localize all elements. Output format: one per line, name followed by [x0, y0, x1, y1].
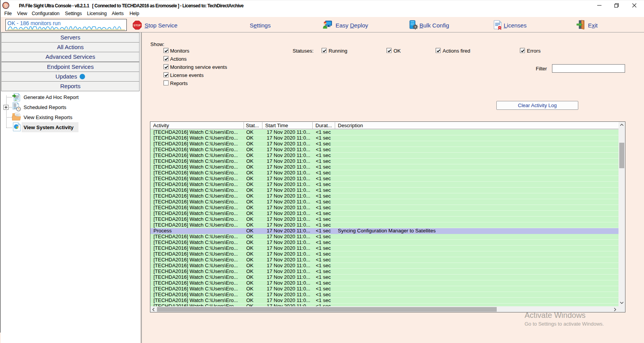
svg-text:STOP: STOP: [134, 24, 141, 27]
